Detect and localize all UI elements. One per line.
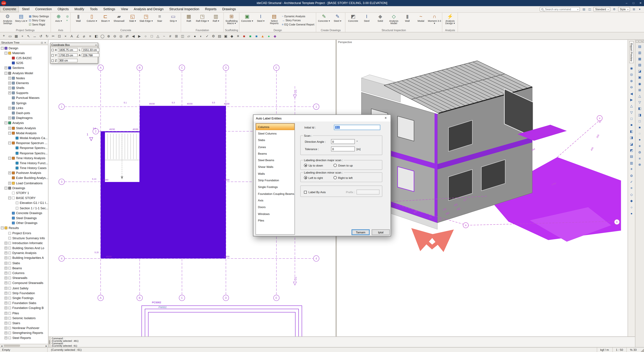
menu-item-connection[interactable]: Connection	[32, 6, 55, 12]
entity-item-zones[interactable]: Zones	[256, 144, 294, 150]
settings-tool-icon[interactable]: ⚙	[637, 150, 642, 155]
tree-item-sections[interactable]: +Sections	[0, 65, 48, 70]
region-select-icon[interactable]: ▦	[14, 33, 19, 39]
y-lock-checkbox[interactable]	[51, 54, 54, 56]
tree-item-concrete-drawings[interactable]: Concrete Drawings	[0, 211, 48, 216]
ribbon-modal-button[interactable]: ~Modal	[414, 13, 428, 22]
grid-tool-icon[interactable]: ▦	[637, 56, 642, 61]
hatch-tool-icon[interactable]: #	[167, 33, 173, 39]
zoom-extents-icon[interactable]: ◎	[118, 33, 124, 39]
pan-icon[interactable]: ⇄	[124, 33, 130, 39]
ribbon-slab-button[interactable]: ◱Slab ▾	[126, 13, 139, 22]
expander-icon[interactable]: +	[4, 317, 8, 320]
section-box-icon[interactable]: ◪	[629, 142, 634, 146]
ribbon-analysis-design-button[interactable]: ⚡Analysis Design ▾	[443, 13, 457, 25]
ribbon-raft-button[interactable]: ▦Raft	[182, 13, 196, 22]
ribbon-slab-edge-button[interactable]: ◳Slab Edge ▾	[139, 13, 153, 22]
tree-item-pushover-analysis[interactable]: +Pushover Analysis	[0, 171, 48, 176]
polygon-tool-icon[interactable]: △	[155, 33, 161, 39]
expander-icon[interactable]: +	[4, 322, 8, 325]
report-tool-icon[interactable]: ▤	[637, 44, 642, 49]
x-input[interactable]: 1835.75 cm	[58, 48, 78, 52]
expander-icon[interactable]: +	[8, 117, 11, 119]
ribbon-wall-button[interactable]: ▮Wall	[72, 13, 85, 22]
ribbon-analysis-settings-button[interactable]: ⚙Analysis Settings	[1, 13, 14, 25]
down-tool-icon[interactable]: ▽	[637, 100, 642, 105]
tree-item-single-footings[interactable]: +Single Footings	[0, 296, 48, 301]
tree-item-stairs[interactable]: +Stairs	[0, 321, 48, 326]
tree-item-punctual-masses[interactable]: Punctual Masses	[0, 95, 48, 100]
solid-mode-icon[interactable]: ■	[629, 123, 634, 127]
tree-item-diaphragms[interactable]: +Diaphragms	[0, 116, 48, 121]
expander-icon[interactable]: +	[8, 82, 11, 84]
mirror-tool-icon[interactable]: ◫	[180, 33, 185, 39]
orbit-up-icon[interactable]: △	[629, 104, 634, 109]
sun-light-icon[interactable]: ☀	[629, 167, 634, 172]
close-button[interactable]: ✕	[637, 0, 644, 6]
render-solid-icon[interactable]: ◆	[629, 198, 634, 203]
tree-item-structure-summary-info[interactable]: Structure Summary Info	[0, 236, 48, 241]
tolerance-input[interactable]: 0	[331, 146, 355, 151]
tree-item-modal-analysis[interactable]: −Modal Analysis	[0, 130, 48, 136]
shade-mode-icon[interactable]: ◐	[198, 33, 204, 39]
hatch-tool-icon[interactable]: ▧	[637, 63, 642, 67]
z-lock-checkbox[interactable]	[51, 59, 54, 62]
clip-plane-icon[interactable]: ◩	[629, 148, 634, 153]
tree-item-results[interactable]: −Results	[0, 226, 48, 231]
diameter-dimension-icon[interactable]: ⌀	[81, 33, 87, 39]
maximize-button[interactable]: □	[630, 0, 637, 6]
menu-item-view[interactable]: View	[118, 6, 131, 12]
expander-icon[interactable]: +	[8, 92, 11, 94]
tree-item-piles[interactable]: +Piles	[0, 311, 48, 316]
tree-item-base-story[interactable]: −BASE STORY	[0, 196, 48, 201]
entity-item-beams[interactable]: Beams	[256, 150, 294, 157]
menu-item-drawings[interactable]: Drawings	[219, 6, 239, 12]
ribbon-concrete-button[interactable]: ✎Concrete ▾	[317, 13, 331, 22]
ribbon-strip-button[interactable]: ▭Strip ▾	[166, 13, 180, 22]
expander-icon[interactable]: +	[4, 337, 8, 340]
expander-icon[interactable]: +	[4, 267, 8, 269]
perspective-toggle-icon[interactable]: ○	[629, 205, 634, 210]
expander-icon[interactable]: −	[4, 122, 8, 124]
profile-select[interactable]: Standard ▾	[594, 7, 610, 11]
half-section-x-icon[interactable]: ◧	[629, 129, 634, 134]
search-input[interactable]	[544, 7, 576, 11]
close-icon[interactable]: ✕	[381, 115, 390, 121]
expander-icon[interactable]: +	[4, 332, 8, 335]
options-icon[interactable]: ⚙	[210, 33, 216, 39]
expander-icon[interactable]: −	[8, 132, 11, 135]
orbit-right-icon[interactable]: ▶	[629, 97, 634, 102]
layers-icon[interactable]: ≡	[87, 33, 93, 39]
expander-icon[interactable]: +	[8, 172, 11, 174]
view-extents-icon[interactable]: ◎	[629, 72, 634, 77]
expander-icon[interactable]: +	[4, 262, 8, 265]
ribbon-story-settings-button[interactable]: ▦Story Settings	[28, 14, 50, 18]
ribbon-dynamic-analysis-button[interactable]: ~Dynamic Analysis	[281, 14, 315, 18]
ribbon-moment-3-3-button[interactable]: ∩Moment 3-3 ▾	[428, 13, 441, 25]
trim-icon[interactable]: ✂	[50, 33, 56, 39]
open-panel-icon[interactable]: ▤	[581, 7, 587, 11]
initial-id-input[interactable]: S1	[334, 125, 380, 130]
copy-icon[interactable]: ⊡	[56, 33, 62, 39]
orbit-down-icon[interactable]: ▽	[629, 110, 634, 115]
expander-icon[interactable]: −	[1, 227, 4, 230]
menu-item-steel[interactable]: Steel	[19, 6, 32, 12]
view-settings-icon[interactable]: ⚙	[629, 173, 634, 178]
expander-icon[interactable]: +	[8, 87, 11, 89]
z-input[interactable]: 300 cm	[58, 59, 78, 62]
radio-right-to-left[interactable]: Right to left	[334, 176, 353, 179]
expander-icon[interactable]: +	[4, 252, 8, 255]
status-display-icon[interactable]: ●	[266, 33, 272, 39]
entity-item-single-footings[interactable]: Single Footings	[256, 184, 294, 190]
tree-item-links[interactable]: +Links	[0, 105, 48, 111]
view-tool-icon[interactable]: ▣	[637, 75, 642, 80]
render-mode-icon[interactable]: ▣	[223, 33, 228, 39]
ribbon-shearwall-button[interactable]: ▰Shearwall	[112, 13, 126, 22]
box-tool-icon[interactable]: □	[637, 119, 642, 123]
tree-item-beams[interactable]: +Beams	[0, 266, 48, 271]
report-preview-tab[interactable]: Report Preview	[629, 41, 634, 63]
tree-item-s235[interactable]: S235	[0, 60, 48, 65]
scroll-right-icon[interactable]: ▶	[45, 345, 48, 347]
right-half-tool-icon[interactable]: ◨	[637, 112, 642, 117]
layer-list-icon[interactable]: ≡	[629, 186, 634, 191]
